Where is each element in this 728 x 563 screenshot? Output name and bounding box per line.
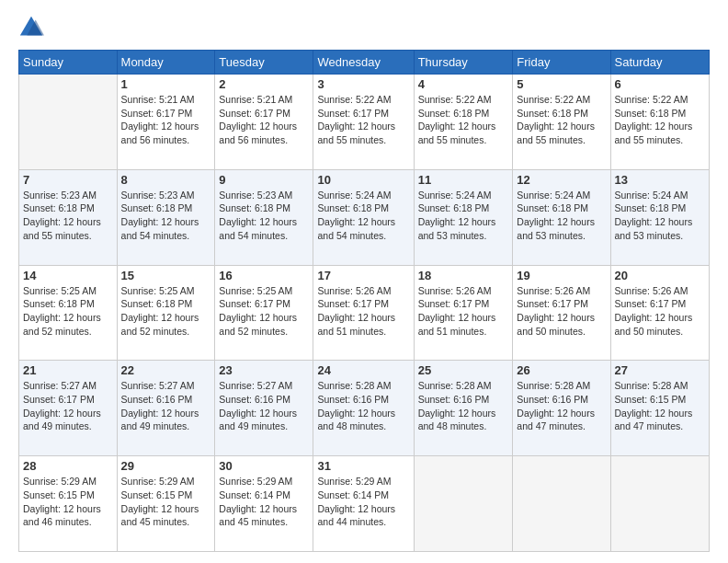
day-info: Sunrise: 5:25 AM Sunset: 6:18 PM Dayligh… [121, 284, 211, 339]
calendar-cell: 10Sunrise: 5:24 AM Sunset: 6:18 PM Dayli… [313, 169, 414, 265]
day-info: Sunrise: 5:28 AM Sunset: 6:15 PM Dayligh… [615, 379, 705, 433]
day-number: 1 [121, 77, 211, 91]
day-number: 28 [23, 459, 113, 473]
day-number: 21 [23, 363, 113, 377]
day-number: 26 [517, 363, 606, 377]
day-number: 13 [615, 173, 705, 187]
day-info: Sunrise: 5:22 AM Sunset: 6:18 PM Dayligh… [517, 93, 606, 147]
calendar-cell: 31Sunrise: 5:29 AM Sunset: 6:14 PM Dayli… [313, 456, 414, 552]
day-number: 12 [517, 173, 606, 187]
day-info: Sunrise: 5:29 AM Sunset: 6:14 PM Dayligh… [219, 475, 309, 529]
day-number: 6 [615, 77, 705, 91]
day-info: Sunrise: 5:24 AM Sunset: 6:18 PM Dayligh… [418, 189, 509, 243]
calendar-cell [414, 456, 513, 552]
calendar-cell: 23Sunrise: 5:27 AM Sunset: 6:16 PM Dayli… [215, 361, 313, 456]
day-info: Sunrise: 5:22 AM Sunset: 6:18 PM Dayligh… [615, 93, 705, 147]
day-info: Sunrise: 5:23 AM Sunset: 6:18 PM Dayligh… [23, 189, 113, 243]
day-number: 18 [418, 269, 509, 282]
day-info: Sunrise: 5:22 AM Sunset: 6:17 PM Dayligh… [317, 93, 409, 147]
calendar-cell: 12Sunrise: 5:24 AM Sunset: 6:18 PM Dayli… [513, 169, 610, 265]
calendar-table: SundayMondayTuesdayWednesdayThursdayFrid… [18, 50, 710, 552]
calendar-cell: 21Sunrise: 5:27 AM Sunset: 6:17 PM Dayli… [19, 361, 118, 456]
calendar-cell: 2Sunrise: 5:21 AM Sunset: 6:17 PM Daylig… [215, 75, 313, 170]
day-info: Sunrise: 5:21 AM Sunset: 6:17 PM Dayligh… [219, 93, 309, 147]
calendar-week-5: 28Sunrise: 5:29 AM Sunset: 6:15 PM Dayli… [19, 456, 710, 552]
day-info: Sunrise: 5:28 AM Sunset: 6:16 PM Dayligh… [317, 379, 409, 433]
day-number: 16 [219, 269, 309, 282]
day-info: Sunrise: 5:23 AM Sunset: 6:18 PM Dayligh… [219, 189, 309, 243]
calendar-header-tuesday: Tuesday [215, 51, 313, 75]
calendar-cell: 24Sunrise: 5:28 AM Sunset: 6:16 PM Dayli… [313, 361, 414, 456]
calendar-cell: 14Sunrise: 5:25 AM Sunset: 6:18 PM Dayli… [19, 265, 118, 361]
day-info: Sunrise: 5:28 AM Sunset: 6:16 PM Dayligh… [418, 379, 509, 433]
calendar-cell: 13Sunrise: 5:24 AM Sunset: 6:18 PM Dayli… [610, 169, 709, 265]
calendar-cell: 18Sunrise: 5:26 AM Sunset: 6:17 PM Dayli… [414, 265, 513, 361]
day-number: 10 [317, 173, 409, 187]
day-info: Sunrise: 5:27 AM Sunset: 6:17 PM Dayligh… [23, 379, 113, 433]
calendar-cell: 28Sunrise: 5:29 AM Sunset: 6:15 PM Dayli… [19, 456, 118, 552]
day-number: 20 [615, 269, 705, 282]
logo [18, 15, 48, 40]
day-info: Sunrise: 5:24 AM Sunset: 6:18 PM Dayligh… [517, 189, 606, 243]
calendar-cell: 29Sunrise: 5:29 AM Sunset: 6:15 PM Dayli… [117, 456, 215, 552]
day-number: 19 [517, 269, 606, 282]
day-info: Sunrise: 5:29 AM Sunset: 6:14 PM Dayligh… [317, 475, 409, 529]
day-info: Sunrise: 5:25 AM Sunset: 6:18 PM Dayligh… [23, 284, 113, 339]
day-number: 22 [121, 363, 211, 377]
calendar-header-row: SundayMondayTuesdayWednesdayThursdayFrid… [19, 51, 710, 75]
day-number: 31 [317, 459, 409, 473]
calendar-cell: 27Sunrise: 5:28 AM Sunset: 6:15 PM Dayli… [610, 361, 709, 456]
day-number: 17 [317, 269, 409, 282]
day-number: 5 [517, 77, 606, 91]
calendar-header-wednesday: Wednesday [313, 51, 414, 75]
calendar-week-1: 1Sunrise: 5:21 AM Sunset: 6:17 PM Daylig… [19, 75, 710, 170]
day-number: 15 [121, 269, 211, 282]
calendar-cell [513, 456, 610, 552]
day-info: Sunrise: 5:23 AM Sunset: 6:18 PM Dayligh… [121, 189, 211, 243]
day-info: Sunrise: 5:29 AM Sunset: 6:15 PM Dayligh… [23, 475, 113, 529]
calendar-cell: 4Sunrise: 5:22 AM Sunset: 6:18 PM Daylig… [414, 75, 513, 170]
calendar-week-3: 14Sunrise: 5:25 AM Sunset: 6:18 PM Dayli… [19, 265, 710, 361]
day-info: Sunrise: 5:28 AM Sunset: 6:16 PM Dayligh… [517, 379, 606, 433]
calendar-week-4: 21Sunrise: 5:27 AM Sunset: 6:17 PM Dayli… [19, 361, 710, 456]
calendar-cell: 22Sunrise: 5:27 AM Sunset: 6:16 PM Dayli… [117, 361, 215, 456]
calendar-cell: 20Sunrise: 5:26 AM Sunset: 6:17 PM Dayli… [610, 265, 709, 361]
day-info: Sunrise: 5:24 AM Sunset: 6:18 PM Dayligh… [615, 189, 705, 243]
calendar-cell [610, 456, 709, 552]
day-number: 3 [317, 77, 409, 91]
day-info: Sunrise: 5:24 AM Sunset: 6:18 PM Dayligh… [317, 189, 409, 243]
day-number: 8 [121, 173, 211, 187]
calendar-week-2: 7Sunrise: 5:23 AM Sunset: 6:18 PM Daylig… [19, 169, 710, 265]
day-number: 24 [317, 363, 409, 377]
day-info: Sunrise: 5:29 AM Sunset: 6:15 PM Dayligh… [121, 475, 211, 529]
calendar-cell: 15Sunrise: 5:25 AM Sunset: 6:18 PM Dayli… [117, 265, 215, 361]
day-info: Sunrise: 5:27 AM Sunset: 6:16 PM Dayligh… [121, 379, 211, 433]
day-info: Sunrise: 5:26 AM Sunset: 6:17 PM Dayligh… [418, 284, 509, 339]
calendar-cell: 6Sunrise: 5:22 AM Sunset: 6:18 PM Daylig… [610, 75, 709, 170]
day-number: 23 [219, 363, 309, 377]
calendar-cell: 30Sunrise: 5:29 AM Sunset: 6:14 PM Dayli… [215, 456, 313, 552]
calendar-cell: 17Sunrise: 5:26 AM Sunset: 6:17 PM Dayli… [313, 265, 414, 361]
day-number: 9 [219, 173, 309, 187]
day-info: Sunrise: 5:26 AM Sunset: 6:17 PM Dayligh… [615, 284, 705, 339]
calendar-header-thursday: Thursday [414, 51, 513, 75]
calendar-cell: 11Sunrise: 5:24 AM Sunset: 6:18 PM Dayli… [414, 169, 513, 265]
day-number: 14 [23, 269, 113, 282]
day-number: 29 [121, 459, 211, 473]
day-number: 25 [418, 363, 509, 377]
calendar-header-sunday: Sunday [19, 51, 118, 75]
day-number: 4 [418, 77, 509, 91]
calendar-cell: 3Sunrise: 5:22 AM Sunset: 6:17 PM Daylig… [313, 75, 414, 170]
calendar-cell: 26Sunrise: 5:28 AM Sunset: 6:16 PM Dayli… [513, 361, 610, 456]
calendar-cell: 1Sunrise: 5:21 AM Sunset: 6:17 PM Daylig… [117, 75, 215, 170]
calendar-cell: 8Sunrise: 5:23 AM Sunset: 6:18 PM Daylig… [117, 169, 215, 265]
calendar-cell: 5Sunrise: 5:22 AM Sunset: 6:18 PM Daylig… [513, 75, 610, 170]
page: SundayMondayTuesdayWednesdayThursdayFrid… [0, 0, 728, 563]
calendar-cell: 19Sunrise: 5:26 AM Sunset: 6:17 PM Dayli… [513, 265, 610, 361]
day-info: Sunrise: 5:21 AM Sunset: 6:17 PM Dayligh… [121, 93, 211, 147]
calendar-cell: 16Sunrise: 5:25 AM Sunset: 6:17 PM Dayli… [215, 265, 313, 361]
day-info: Sunrise: 5:26 AM Sunset: 6:17 PM Dayligh… [317, 284, 409, 339]
calendar-header-friday: Friday [513, 51, 610, 75]
calendar-header-saturday: Saturday [610, 51, 709, 75]
calendar-cell: 7Sunrise: 5:23 AM Sunset: 6:18 PM Daylig… [19, 169, 118, 265]
